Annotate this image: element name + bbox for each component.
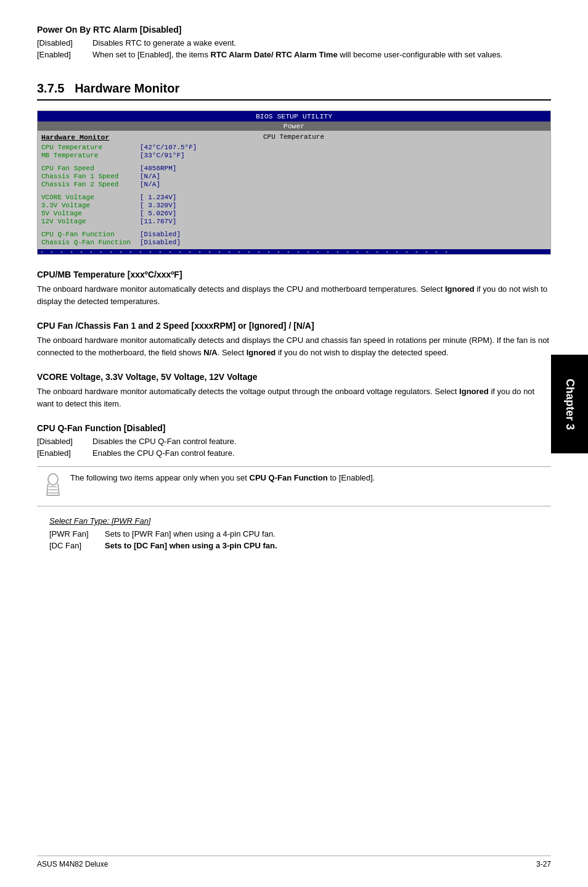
bios-row-label-8: 12V Voltage (41, 218, 140, 225)
dc-fan-row: [DC Fan] Sets to [DC Fan] when using a 3… (49, 541, 551, 550)
bios-row-6: 3.3V Voltage [ 3.320V] (41, 202, 251, 209)
select-fan-title: Select Fan Type: [PWR Fan] (49, 516, 551, 526)
rtc-enabled-term: [Enabled] (37, 50, 92, 59)
bios-row-4: Chassis Fan 2 Speed [N/A] (41, 181, 251, 188)
vcore-desc: The onboard hardware monitor automatical… (37, 386, 551, 410)
svg-line-1 (47, 484, 48, 495)
bios-bottom-dashes: - - - - - - - - - - - - - - - - - - - - … (38, 249, 550, 254)
rtc-enabled-desc: When set to [Enabled], the items RTC Ala… (92, 50, 551, 59)
bios-row-0: CPU Temperature [42°C/107.5°F] (41, 144, 251, 151)
bios-row-value-5: [ 1.234V] (140, 194, 176, 201)
select-fan-section: Select Fan Type: [PWR Fan] [PWR Fan] Set… (49, 516, 551, 550)
rtc-disabled-row: [Disabled] Disables RTC to generate a wa… (37, 38, 551, 47)
bios-row-9: CPU Q-Fan Function [Disabled] (41, 231, 251, 238)
bios-row-value-2: [4856RPM] (140, 165, 176, 172)
bios-row-label-1: MB Temperature (41, 152, 140, 159)
pwr-fan-term: [PWR Fan] (49, 529, 105, 538)
note-text: The following two items appear only when… (70, 472, 375, 484)
bios-row-label-10: Chassis Q-Fan Function (41, 239, 140, 246)
qfan-enabled-row: [Enabled] Enables the CPU Q-Fan control … (37, 448, 551, 458)
power-on-rtc-title: Power On By RTC Alarm [Disabled] (37, 25, 551, 35)
bios-row-value-0: [42°C/107.5°F] (140, 144, 197, 151)
power-on-rtc-section: Power On By RTC Alarm [Disabled] [Disabl… (37, 25, 551, 59)
rtc-enabled-row: [Enabled] When set to [Enabled], the ite… (37, 50, 551, 59)
rtc-disabled-term: [Disabled] (37, 38, 92, 47)
bios-row-label-5: VCORE Voltage (41, 194, 140, 201)
bios-row-label-2: CPU Fan Speed (41, 165, 140, 172)
bios-sidebar: CPU Temperature (257, 133, 547, 247)
bios-row-10: Chassis Q-Fan Function [Disabled] (41, 239, 251, 246)
footer-right: 3-27 (536, 860, 551, 868)
rtc-enabled-desc-bold: RTC Alarm Date/ RTC Alarm Time (211, 50, 338, 59)
bios-section-label: Hardware Monitor (41, 133, 251, 141)
bios-row-1: MB Temperature [33°C/91°F] (41, 152, 251, 159)
bios-header: BIOS SETUP UTILITY (38, 111, 550, 122)
cpu-mb-temp-desc-bold: Ignored (445, 284, 475, 294)
bios-sidebar-label: CPU Temperature (263, 133, 547, 141)
dc-fan-term: [DC Fan] (49, 541, 105, 550)
bios-row-label-9: CPU Q-Fan Function (41, 231, 140, 238)
bios-row-7: 5V Voltage [ 5.026V] (41, 210, 251, 217)
section-35-label: Hardware Monitor (75, 81, 179, 95)
bios-subheader: Power (38, 122, 550, 131)
pwr-fan-row: [PWR Fan] Sets to [PWR Fan] when using a… (49, 529, 551, 538)
qfan-disabled-row: [Disabled] Disables the CPU Q-Fan contro… (37, 437, 551, 446)
bios-row-5: VCORE Voltage [ 1.234V] (41, 194, 251, 201)
rtc-disabled-desc: Disables RTC to generate a wake event. (92, 38, 551, 47)
rtc-enabled-desc-plain: When set to [Enabled], the items (92, 50, 211, 59)
bios-main-panel: Hardware Monitor CPU Temperature [42°C/1… (41, 133, 251, 247)
bios-body: Hardware Monitor CPU Temperature [42°C/1… (38, 131, 550, 249)
cpu-fan-desc1-bold2: Ignored (247, 348, 276, 357)
cpu-fan-desc: The onboard hardware monitor automatical… (37, 334, 551, 358)
rtc-enabled-desc-end: will become user-configurable with set v… (338, 50, 503, 59)
pwr-fan-desc: Sets to [PWR Fan] when using a 4-pin CPU… (105, 529, 551, 538)
bios-row-value-3: [N/A] (140, 173, 160, 180)
bios-row-value-10: [Disabled] (140, 239, 181, 246)
cpu-qfan-heading: CPU Q-Fan Function [Disabled] (37, 423, 551, 433)
bios-spacer-3 (41, 226, 251, 231)
bios-row-value-4: [N/A] (140, 181, 160, 188)
note-box: The following two items appear only when… (37, 466, 551, 506)
bios-row-3: Chassis Fan 1 Speed [N/A] (41, 173, 251, 180)
svg-line-2 (58, 484, 59, 495)
bios-row-label-7: 5V Voltage (41, 210, 140, 217)
power-on-rtc-definitions: [Disabled] Disables RTC to generate a wa… (37, 38, 551, 59)
cpu-mb-temp-desc: The onboard hardware monitor automatical… (37, 283, 551, 307)
cpu-fan-desc1-end: if you do not wish to display the detect… (276, 348, 448, 357)
footer-left: ASUS M4N82 Deluxe (37, 860, 108, 868)
qfan-disabled-desc: Disables the CPU Q-Fan control feature. (92, 437, 551, 446)
cpu-fan-desc1-bold: N/A (203, 348, 217, 357)
bios-spacer-2 (41, 189, 251, 194)
bios-row-label-6: 3.3V Voltage (41, 202, 140, 209)
dc-fan-desc: Sets to [DC Fan] when using a 3-pin CPU … (105, 541, 551, 550)
svg-point-0 (48, 474, 58, 485)
page-footer: ASUS M4N82 Deluxe 3-27 (37, 856, 551, 868)
cpu-mb-temp-desc-plain: The onboard hardware monitor automatical… (37, 284, 445, 294)
section-35: 3.7.5 Hardware Monitor BIOS SETUP UTILIT… (37, 81, 551, 550)
note-end: to [Enabled]. (328, 473, 375, 482)
select-fan-definitions: [PWR Fan] Sets to [PWR Fan] when using a… (49, 529, 551, 550)
note-bold: CPU Q-Fan Function (250, 473, 328, 482)
qfan-enabled-desc: Enables the CPU Q-Fan control feature. (92, 448, 551, 458)
note-plain: The following two items appear only when… (70, 473, 250, 482)
bios-row-label-0: CPU Temperature (41, 144, 140, 151)
note-icon (43, 473, 63, 501)
vcore-heading: VCORE Voltage, 3.3V Voltage, 5V Voltage,… (37, 372, 551, 382)
cpu-fan-desc1-mid: . Select (218, 348, 247, 357)
bios-row-value-6: [ 3.320V] (140, 202, 176, 209)
qfan-enabled-term: [Enabled] (37, 448, 92, 458)
bios-row-value-7: [ 5.026V] (140, 210, 176, 217)
chapter-label: Chapter 3 (551, 355, 588, 453)
bios-row-2: CPU Fan Speed [4856RPM] (41, 165, 251, 172)
bios-row-value-9: [Disabled] (140, 231, 181, 238)
cpu-mb-temp-heading: CPU/MB Temperature [xxxºC/xxxºF] (37, 270, 551, 279)
section-35-number: 3.7.5 (37, 81, 64, 95)
bios-row-label-4: Chassis Fan 2 Speed (41, 181, 140, 188)
bios-row-value-8: [11.787V] (140, 218, 176, 225)
bios-spacer-1 (41, 160, 251, 165)
cpu-qfan-definitions: [Disabled] Disables the CPU Q-Fan contro… (37, 437, 551, 458)
bios-dash-line: - - - - - - - - - - - - - - - - - - - - … (40, 249, 449, 255)
cpu-fan-heading: CPU Fan /Chassis Fan 1 and 2 Speed [xxxx… (37, 321, 551, 331)
qfan-disabled-term: [Disabled] (37, 437, 92, 446)
bios-row-value-1: [33°C/91°F] (140, 152, 185, 159)
